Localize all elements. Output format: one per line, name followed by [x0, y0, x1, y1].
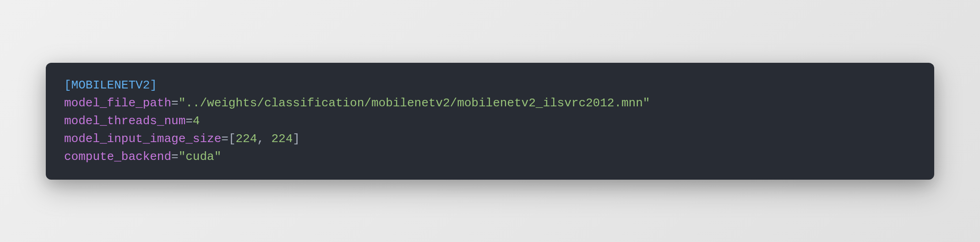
bracket-open: [ — [229, 132, 236, 146]
equals-sign: = — [171, 150, 179, 164]
config-line-model-input-image-size: model_input_image_size=[224, 224] — [64, 130, 916, 148]
equals-sign: = — [185, 114, 193, 128]
array-value-2: 224 — [272, 132, 293, 146]
bracket-close: ] — [293, 132, 300, 146]
config-key: model_threads_num — [64, 114, 185, 128]
section-header: [MOBILENETV2] — [64, 78, 157, 92]
config-value: "cuda" — [179, 150, 222, 164]
config-key: model_input_image_size — [64, 132, 221, 146]
config-key: model_file_path — [64, 96, 171, 110]
section-header-line: [MOBILENETV2] — [64, 77, 916, 94]
config-value: 4 — [193, 114, 200, 128]
array-separator: , — [257, 132, 271, 146]
config-line-model-file-path: model_file_path="../weights/classificati… — [64, 94, 916, 112]
equals-sign: = — [221, 132, 229, 146]
equals-sign: = — [171, 96, 179, 110]
array-value-1: 224 — [235, 132, 257, 146]
config-key: compute_backend — [64, 150, 171, 164]
config-line-compute-backend: compute_backend="cuda" — [64, 148, 916, 166]
config-value: "../weights/classification/mobilenetv2/m… — [179, 96, 650, 110]
code-block: [MOBILENETV2] model_file_path="../weight… — [46, 63, 934, 180]
config-line-model-threads-num: model_threads_num=4 — [64, 112, 916, 130]
